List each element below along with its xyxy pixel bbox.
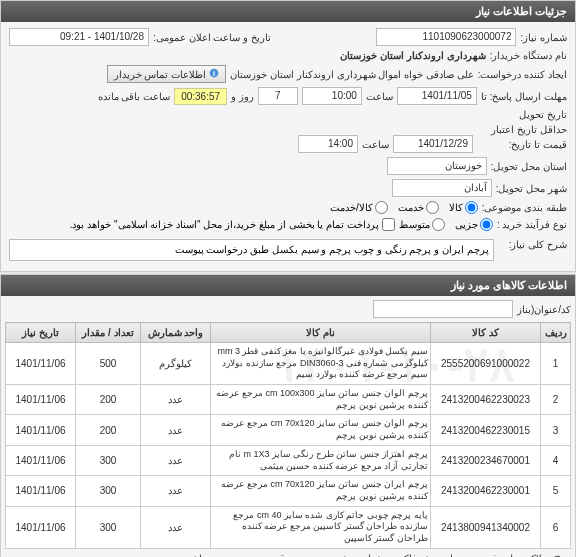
process-label: نوع فرآیند خرید : (497, 219, 567, 230)
filter-input[interactable] (373, 300, 513, 318)
days-value: 7 (258, 87, 298, 105)
need-no-value: 1101090623000072 (376, 28, 516, 46)
city-label: شهر محل تحویل: (496, 183, 567, 194)
cell-row: 5 (541, 476, 571, 506)
process-radio-group: جزیی متوسط (399, 218, 493, 231)
cell-code: 2413200462230015 (431, 415, 541, 445)
credit-sub-label: قیمت تا تاریخ: (477, 139, 567, 150)
table-row[interactable]: 52413200462230001پرچم ایران جنس ساتن سای… (6, 476, 571, 506)
info-icon: i (209, 68, 219, 80)
treasury-note: پرداخت تمام یا بخشی از مبلغ خرید،از محل … (70, 219, 379, 230)
radio-service[interactable]: خدمت (398, 201, 439, 214)
cell-name: پرچم الوان جنس ساتن سایز cm 100x300 مرجع… (211, 385, 431, 415)
col-qty: تعداد / مقدار (76, 323, 141, 343)
category-label: طبقه بندی موضوعی: (482, 202, 567, 213)
table-row[interactable]: 62413800941340002پایه پرچم چوبی حاتم کار… (6, 506, 571, 548)
radio-goods-service-input[interactable] (375, 201, 388, 214)
col-name: نام کالا (211, 323, 431, 343)
cell-row: 2 (541, 385, 571, 415)
panel-header-need: جزئیات اطلاعات نیاز (1, 1, 575, 22)
cell-unit: عدد (141, 445, 211, 475)
cell-code: 2413200234670001 (431, 445, 541, 475)
radio-goods-label: کالا (449, 202, 463, 213)
footer-note-row: ◾ ملاک تنظیم فهرست بها و پیش فاکتوردرخوا… (5, 549, 571, 557)
buyer-org-label: نام دستگاه خریدار: (490, 50, 567, 61)
cell-date: 1401/11/06 (6, 445, 76, 475)
treasury-checkbox-item[interactable]: پرداخت تمام یا بخشی از مبلغ خرید،از محل … (70, 218, 395, 231)
province-label: استان محل تحویل: (491, 161, 567, 172)
cell-unit: عدد (141, 385, 211, 415)
table-row[interactable]: 42413200234670001پرچم اهتزاز جنس ساتن طر… (6, 445, 571, 475)
table-row[interactable]: 22413200462230023پرچم الوان جنس ساتن سای… (6, 385, 571, 415)
radio-goods[interactable]: کالا (449, 201, 478, 214)
filter-label: کد/عنوان(بناز (517, 304, 571, 315)
need-no-label: شماره نیاز: (520, 32, 567, 43)
radio-medium[interactable]: متوسط (399, 218, 445, 231)
footer-note: ملاک تنظیم فهرست بها و پیش فاکتوردرخواست… (186, 553, 547, 557)
cell-name: سیم بکسل فولادی غیرگالوانیزه با مغز کنفی… (211, 343, 431, 385)
announce-label: تاریخ و ساعت اعلان عمومی: (153, 32, 271, 43)
radio-minor-input[interactable] (480, 218, 493, 231)
credit-time: 14:00 (298, 135, 358, 153)
deadline-label: مهلت ارسال پاسخ: تا (481, 91, 567, 102)
buyer-org-value: شهرداری اروندکنار استان خوزستان (340, 50, 485, 61)
cell-row: 6 (541, 506, 571, 548)
cell-date: 1401/11/06 (6, 343, 76, 385)
items-panel: اطلاعات کالاهای مورد نیاز ۱۴۰۱-۱۰-۲۸ کد/… (0, 274, 576, 557)
cell-date: 1401/11/06 (6, 476, 76, 506)
radio-goods-service-label: کالا/خدمت (330, 202, 373, 213)
creator-value: علی صادقی خواه اموال شهرداری اروندکنار ا… (230, 69, 473, 80)
time-label-2: ساعت (362, 139, 389, 150)
radio-service-input[interactable] (426, 201, 439, 214)
cell-qty: 200 (76, 415, 141, 445)
deadline-time: 10:00 (302, 87, 362, 105)
announce-value: 1401/10/28 - 09:21 (9, 28, 149, 46)
col-row: ردیف (541, 323, 571, 343)
cell-name: پرچم اهتزاز جنس ساتن طرح رنگی سایز m 1X3… (211, 445, 431, 475)
radio-minor-label: جزیی (455, 219, 478, 230)
cell-unit: عدد (141, 506, 211, 548)
treasury-checkbox[interactable] (382, 218, 395, 231)
creator-label: ایجاد کننده درخواست: (478, 69, 567, 80)
cell-code: 2555200691000022 (431, 343, 541, 385)
time-label-1: ساعت (366, 91, 393, 102)
table-row[interactable]: 12555200691000022سیم بکسل فولادی غیرگالو… (6, 343, 571, 385)
radio-medium-input[interactable] (432, 218, 445, 231)
items-table: ردیف کد کالا نام کالا واحد شمارش تعداد /… (5, 322, 571, 549)
remaining-label: ساعت باقی مانده (98, 91, 171, 102)
province-value: خوزستان (387, 157, 487, 175)
desc-label: شرح کلی نیاز: (498, 239, 567, 250)
cell-row: 3 (541, 415, 571, 445)
bullet-icon: ◾ (551, 553, 563, 557)
cell-code: 2413200462230001 (431, 476, 541, 506)
cell-date: 1401/11/06 (6, 415, 76, 445)
credit-date: 1401/12/29 (393, 135, 473, 153)
radio-goods-input[interactable] (465, 201, 478, 214)
radio-minor[interactable]: جزیی (455, 218, 493, 231)
col-code: کد کالا (431, 323, 541, 343)
cell-unit: عدد (141, 415, 211, 445)
radio-goods-service[interactable]: کالا/خدمت (330, 201, 388, 214)
need-details-panel: جزئیات اطلاعات نیاز شماره نیاز: 11010906… (0, 0, 576, 272)
table-header-row: ردیف کد کالا نام کالا واحد شمارش تعداد /… (6, 323, 571, 343)
cell-unit: کیلوگرم (141, 343, 211, 385)
table-row[interactable]: 32413200462230015پرچم الوان جنس ساتن سای… (6, 415, 571, 445)
panel-header-items: اطلاعات کالاهای مورد نیاز (1, 275, 575, 296)
buyer-contact-label: اطلاعات تماس خریدار (114, 69, 207, 80)
cell-row: 1 (541, 343, 571, 385)
cell-code: 2413200462230023 (431, 385, 541, 415)
days-label: روز و (231, 91, 254, 102)
cell-date: 1401/11/06 (6, 506, 76, 548)
cell-qty: 300 (76, 506, 141, 548)
radio-service-label: خدمت (398, 202, 424, 213)
cell-code: 2413800941340002 (431, 506, 541, 548)
buyer-contact-button[interactable]: i اطلاعات تماس خریدار (107, 65, 227, 83)
cell-qty: 500 (76, 343, 141, 385)
description-box: پرچم ایران و پرچم رنگی و چوب پرچم و سیم … (9, 239, 494, 261)
cell-unit: عدد (141, 476, 211, 506)
cell-name: پرچم ایران جنس ساتن سایز cm 70x120 مرجع … (211, 476, 431, 506)
delivery-label: تاریخ تحویل (519, 109, 567, 120)
cell-qty: 200 (76, 385, 141, 415)
city-value: آبادان (392, 179, 492, 197)
deadline-date: 1401/11/05 (397, 87, 477, 105)
